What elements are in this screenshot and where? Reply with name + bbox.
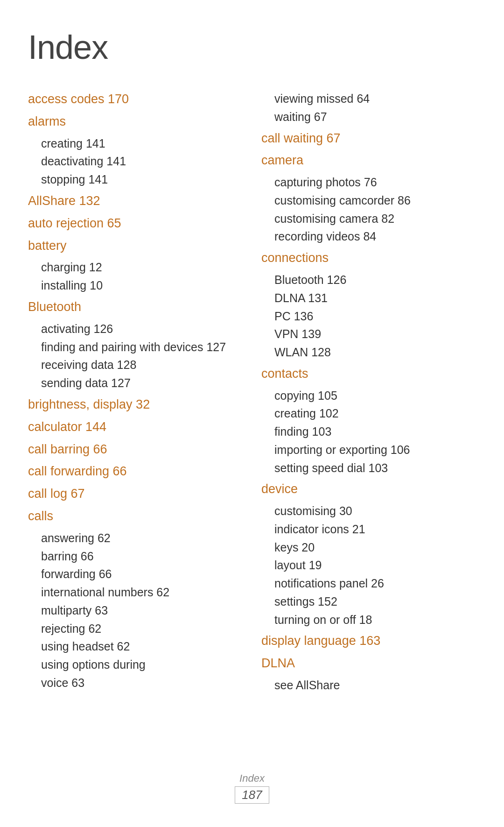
- entry-heading: call barring 66: [28, 442, 107, 456]
- entry-heading: access codes 170: [28, 92, 129, 106]
- sub-entry-item: see AllShare: [261, 676, 476, 694]
- index-entry: calls: [28, 507, 243, 526]
- footer-label: Index: [0, 772, 504, 785]
- column-right: viewing missed 64waiting 67call waiting …: [261, 90, 476, 697]
- entry-heading: calls: [28, 509, 53, 523]
- index-entry: call waiting 67: [261, 129, 476, 148]
- entry-heading: connections: [261, 251, 329, 265]
- sub-entry-item: waiting 67: [261, 108, 476, 126]
- sub-entry-item: multiparty 63: [28, 601, 243, 620]
- sub-entry-item: settings 152: [261, 593, 476, 611]
- entry-heading: camera: [261, 153, 303, 167]
- entry-heading: alarms: [28, 114, 66, 128]
- sub-entry-item: indicator icons 21: [261, 520, 476, 538]
- sub-entry-item: installing 10: [28, 276, 243, 295]
- index-columns: access codes 170alarmscreating 141deacti…: [28, 90, 476, 697]
- sub-entry-item: activating 126: [28, 320, 243, 338]
- sub-only-entries: viewing missed 64waiting 67: [261, 90, 476, 126]
- index-entry: contacts: [261, 364, 476, 384]
- sub-entry-item: rejecting 62: [28, 620, 243, 638]
- index-entry: AllShare 132: [28, 191, 243, 211]
- sub-entries: charging 12installing 10: [28, 258, 243, 295]
- entry-heading: Bluetooth: [28, 300, 81, 314]
- entry-heading: call forwarding 66: [28, 464, 127, 478]
- sub-entry-item: VPN 139: [261, 325, 476, 343]
- index-entry: calculator 144: [28, 417, 243, 437]
- column-left: access codes 170alarmscreating 141deacti…: [28, 90, 243, 697]
- index-entry: DLNA: [261, 654, 476, 673]
- index-entry: brightness, display 32: [28, 395, 243, 415]
- sub-entry-item: PC 136: [261, 307, 476, 325]
- sub-entries: see AllShare: [261, 676, 476, 694]
- index-entry: access codes 170: [28, 90, 243, 109]
- entry-heading: battery: [28, 239, 67, 253]
- sub-entry-item: customising camcorder 86: [261, 191, 476, 210]
- sub-entry-item: finding and pairing with devices 127: [28, 338, 243, 356]
- sub-entry-item: Bluetooth 126: [261, 271, 476, 289]
- entry-heading: brightness, display 32: [28, 397, 150, 411]
- index-entry: device: [261, 480, 476, 499]
- entry-heading: contacts: [261, 367, 308, 381]
- sub-entry-item: DLNA 131: [261, 289, 476, 307]
- sub-entry-item: copying 105: [261, 387, 476, 405]
- sub-entry-item: viewing missed 64: [261, 90, 476, 108]
- sub-entry-item: using headset 62: [28, 637, 243, 656]
- sub-entry-item: setting speed dial 103: [261, 459, 476, 477]
- sub-entry-item: using options during: [28, 656, 243, 674]
- footer-page-number: 187: [235, 786, 269, 804]
- entry-heading: AllShare 132: [28, 194, 100, 208]
- sub-entry-item: charging 12: [28, 258, 243, 276]
- sub-entry-item: keys 20: [261, 538, 476, 557]
- sub-entry-item: deactivating 141: [28, 152, 243, 170]
- sub-entry-item: stopping 141: [28, 170, 243, 189]
- sub-entry-item: finding 103: [261, 423, 476, 441]
- sub-entry-item: WLAN 128: [261, 343, 476, 361]
- sub-entries: customising 30indicator icons 21keys 20l…: [261, 502, 476, 629]
- sub-entries: Bluetooth 126DLNA 131PC 136VPN 139WLAN 1…: [261, 271, 476, 361]
- sub-entry-item: voice 63: [28, 674, 243, 692]
- sub-entry-item: forwarding 66: [28, 565, 243, 583]
- sub-entry-item: sending data 127: [28, 374, 243, 392]
- page-title: Index: [28, 28, 476, 66]
- index-entry: camera: [261, 151, 476, 170]
- entry-heading: display language 163: [261, 634, 380, 648]
- entry-heading: call waiting 67: [261, 131, 341, 145]
- sub-entry-item: international numbers 62: [28, 583, 243, 601]
- entry-heading: call log 67: [28, 487, 85, 501]
- sub-entry-item: barring 66: [28, 547, 243, 565]
- sub-entries: copying 105creating 102finding 103import…: [261, 387, 476, 477]
- sub-entry-item: notifications panel 26: [261, 574, 476, 593]
- sub-entries: answering 62barring 66forwarding 66inter…: [28, 529, 243, 692]
- sub-entry-item: turning on or off 18: [261, 611, 476, 629]
- sub-entry-item: recording videos 84: [261, 227, 476, 246]
- sub-entry-item: creating 141: [28, 134, 243, 153]
- entry-heading: device: [261, 482, 298, 496]
- sub-entry-item: capturing photos 76: [261, 173, 476, 191]
- entry-heading: calculator 144: [28, 420, 106, 434]
- sub-entry-item: layout 19: [261, 556, 476, 574]
- sub-entry-item: creating 102: [261, 404, 476, 423]
- index-entry: alarms: [28, 112, 243, 132]
- sub-entry-item: receiving data 128: [28, 356, 243, 374]
- sub-entry-item: customising 30: [261, 502, 476, 520]
- sub-entries: activating 126finding and pairing with d…: [28, 320, 243, 392]
- index-entry: display language 163: [261, 631, 476, 651]
- entry-heading: auto rejection 65: [28, 216, 121, 230]
- index-entry: call forwarding 66: [28, 462, 243, 481]
- index-entry: Bluetooth: [28, 297, 243, 317]
- footer: Index 187: [0, 772, 504, 804]
- index-entry: call barring 66: [28, 440, 243, 459]
- index-entry: auto rejection 65: [28, 214, 243, 233]
- index-entry: connections: [261, 248, 476, 268]
- sub-entry-item: customising camera 82: [261, 210, 476, 228]
- sub-entry-item: answering 62: [28, 529, 243, 547]
- sub-entry-item: importing or exporting 106: [261, 441, 476, 459]
- sub-entries: capturing photos 76customising camcorder…: [261, 173, 476, 246]
- index-entry: call log 67: [28, 484, 243, 504]
- entry-heading: DLNA: [261, 656, 295, 670]
- sub-entries: creating 141deactivating 141stopping 141: [28, 134, 243, 189]
- index-entry: battery: [28, 236, 243, 256]
